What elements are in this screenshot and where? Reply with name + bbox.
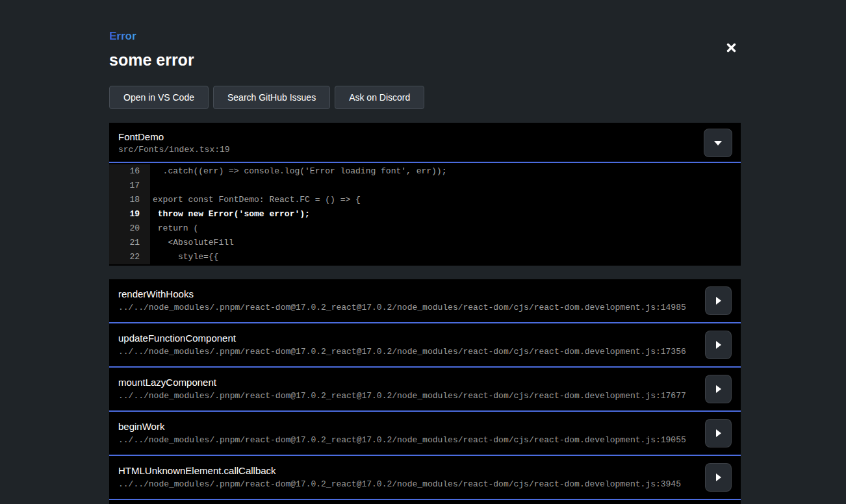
code-line: 19 throw new Error('some error');: [109, 207, 741, 221]
line-code: style={{: [150, 250, 218, 264]
line-number: 21: [109, 236, 150, 250]
stack-frame: updateFunctionComponent ../../node_modul…: [109, 323, 741, 368]
stack-frame-partial: [109, 500, 741, 504]
code-line: 18 export const FontDemo: React.FC = () …: [109, 193, 741, 207]
play-icon: [715, 429, 722, 438]
line-number: 18: [109, 193, 150, 207]
stack-frame-location: ../../node_modules/.pnpm/react-dom@17.0.…: [118, 479, 732, 489]
code-frame-title: FontDemo: [118, 131, 732, 142]
stack-frame: HTMLUnknownElement.callCallback ../../no…: [109, 456, 741, 500]
line-code: return (: [150, 221, 198, 236]
stack-frame-function: updateFunctionComponent: [118, 333, 732, 344]
chevron-down-icon: [713, 140, 723, 146]
expand-frame-button[interactable]: [705, 375, 732, 403]
close-icon: [726, 42, 737, 53]
error-type-label: Error: [109, 30, 136, 43]
error-message: some error: [109, 51, 741, 69]
stack-frame-location: ../../node_modules/.pnpm/react-dom@17.0.…: [118, 347, 732, 357]
stack-frame-function: HTMLUnknownElement.callCallback: [118, 465, 732, 476]
stack-frame-location: ../../node_modules/.pnpm/react-dom@17.0.…: [118, 303, 732, 312]
stack-frame: renderWithHooks ../../node_modules/.pnpm…: [109, 279, 741, 323]
play-icon: [715, 296, 722, 305]
expand-frame-button[interactable]: [705, 331, 732, 359]
play-icon: [715, 473, 722, 482]
stack-frame: mountLazyComponent ../../node_modules/.p…: [109, 368, 741, 412]
action-button-row: Open in VS Code Search GitHub Issues Ask…: [109, 86, 741, 109]
line-code: export const FontDemo: React.FC = () => …: [150, 193, 361, 207]
stack-trace-list: renderWithHooks ../../node_modules/.pnpm…: [109, 279, 741, 504]
action-button[interactable]: Open in VS Code: [109, 86, 209, 109]
expand-frame-button[interactable]: [705, 286, 732, 315]
close-button[interactable]: [721, 37, 741, 58]
play-icon: [715, 340, 722, 349]
collapse-code-button[interactable]: [704, 129, 732, 157]
code-line: 22 style={{: [109, 250, 741, 264]
line-number: 16: [109, 164, 150, 179]
code-frame-location: src/Fonts/index.tsx:19: [118, 145, 732, 155]
line-code: <AbsoluteFill: [150, 236, 234, 250]
line-code: [150, 179, 153, 193]
line-number: 17: [109, 179, 150, 193]
line-code: .catch((err) => console.log('Error loadi…: [150, 164, 446, 179]
error-overlay: Error some error Open in VS Code Search …: [109, 0, 741, 504]
stack-frame-function: renderWithHooks: [118, 288, 732, 299]
code-line: 21 <AbsoluteFill: [109, 236, 741, 250]
stack-frame-location: ../../node_modules/.pnpm/react-dom@17.0.…: [118, 435, 732, 445]
code-line: 20 return (: [109, 221, 741, 236]
line-number: 20: [109, 221, 150, 236]
expand-frame-button[interactable]: [705, 463, 732, 492]
expand-frame-button[interactable]: [705, 419, 732, 447]
code-snippet: 16 .catch((err) => console.log('Error lo…: [109, 163, 741, 266]
line-number: 22: [109, 250, 150, 264]
code-frame-header: FontDemo src/Fonts/index.tsx:19: [109, 123, 741, 163]
action-button[interactable]: Search GitHub Issues: [213, 86, 330, 109]
stack-frame: beginWork ../../node_modules/.pnpm/react…: [109, 412, 741, 456]
line-number: 19: [109, 207, 150, 221]
play-icon: [715, 384, 722, 394]
action-button[interactable]: Ask on Discord: [335, 86, 424, 109]
stack-frame-function: mountLazyComponent: [118, 377, 732, 388]
code-line: 16 .catch((err) => console.log('Error lo…: [109, 164, 741, 179]
code-frame: FontDemo src/Fonts/index.tsx:19 16 .catc…: [109, 123, 741, 266]
line-code: throw new Error('some error');: [150, 207, 310, 221]
stack-frame-function: beginWork: [118, 421, 732, 432]
code-line: 17: [109, 179, 741, 193]
stack-frame-location: ../../node_modules/.pnpm/react-dom@17.0.…: [118, 391, 732, 401]
